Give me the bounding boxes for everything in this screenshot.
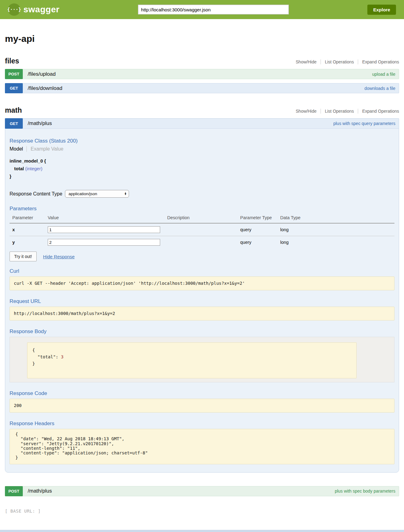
math-section-header: math Show/Hide List Operations Expand Op…	[5, 106, 399, 115]
param-description	[167, 236, 240, 249]
method-badge-get: GET	[5, 83, 23, 93]
method-badge-get: GET	[5, 118, 23, 129]
api-title: my-api	[5, 34, 399, 44]
response-headers-block: { "date": "Wed, 22 Aug 2018 18:49:13 GMT…	[10, 429, 394, 464]
method-badge-post: POST	[5, 486, 23, 496]
response-content-type-row: Response Content Type application/json ▲…	[10, 190, 394, 198]
top-bar: {···} swagger Explore	[0, 0, 404, 19]
response-code-block: 200	[10, 399, 394, 413]
model-property-name: total	[14, 166, 24, 171]
op-summary-math-post-plus[interactable]: plus with spec body parameters	[335, 486, 399, 496]
op-path-math-get-plus[interactable]: /math/plus	[22, 119, 52, 128]
op-summary-math-get-plus[interactable]: plus with spec query parameters	[333, 119, 399, 128]
op-path-files-download[interactable]: /files/download	[22, 83, 62, 93]
files-show-hide-link[interactable]: Show/Hide	[292, 59, 321, 64]
param-type: query	[240, 223, 280, 236]
op-expanded-math-get-plus: GET /math/plus plus with spec query para…	[5, 118, 399, 473]
math-section-controls: Show/Hide List Operations Expand Operati…	[292, 109, 399, 115]
hide-response-link[interactable]: Hide Response	[43, 254, 75, 259]
curl-heading: Curl	[10, 268, 394, 274]
operation-detail-panel: Response Class (Status 200) Model Exampl…	[5, 129, 399, 472]
brand-name: swagger	[23, 5, 59, 14]
parameters-heading: Parameters	[10, 206, 394, 212]
method-badge-post: POST	[5, 69, 23, 79]
op-summary-files-download[interactable]: downloads a file	[365, 83, 399, 93]
response-body-json-close: }	[32, 361, 35, 366]
select-arrows-icon: ▲▼	[124, 192, 127, 195]
tab-example-value[interactable]: Example Value	[26, 146, 63, 152]
col-value: Value	[48, 214, 167, 223]
try-row: Try it out! Hide Response	[10, 252, 394, 261]
col-parameter: Parameter	[10, 214, 48, 223]
response-body-block: { "total": 3 }	[27, 342, 357, 378]
col-data-type: Data Type	[280, 214, 394, 223]
col-parameter-type: Parameter Type	[240, 214, 280, 223]
files-section-controls: Show/Hide List Operations Expand Operati…	[292, 59, 399, 65]
request-url-block: http://localhost:3000/math/plus?x=1&y=2	[10, 307, 394, 320]
tab-model[interactable]: Model	[10, 146, 26, 152]
op-row-files-upload[interactable]: POST /files/upload upload a file	[5, 69, 399, 79]
param-data-type: long	[280, 223, 394, 236]
math-expand-operations-link[interactable]: Expand Operations	[358, 109, 399, 114]
response-content-type-label: Response Content Type	[10, 191, 62, 197]
col-description: Description	[167, 214, 240, 223]
files-section-title: files	[5, 57, 19, 65]
model-property-type: (integer)	[25, 166, 42, 171]
param-row-x: x query long	[10, 223, 394, 236]
response-body-container: { "total": 3 }	[10, 337, 394, 382]
response-code-heading: Response Code	[10, 390, 394, 397]
op-summary-files-upload[interactable]: upload a file	[372, 69, 399, 79]
files-section-header: files Show/Hide List Operations Expand O…	[5, 57, 399, 65]
param-name: x	[10, 223, 48, 236]
parameters-table: Parameter Value Description Parameter Ty…	[10, 214, 394, 248]
param-x-input[interactable]	[48, 226, 160, 233]
files-list-operations-link[interactable]: List Operations	[321, 59, 358, 64]
swagger-logo-icon: {···}	[8, 3, 20, 16]
model-close-brace: }	[10, 173, 394, 180]
response-headers-heading: Response Headers	[10, 421, 394, 427]
param-description	[167, 223, 240, 236]
math-show-hide-link[interactable]: Show/Hide	[292, 109, 321, 114]
param-type: query	[240, 236, 280, 249]
param-data-type: long	[280, 236, 394, 249]
files-expand-operations-link[interactable]: Expand Operations	[358, 59, 399, 64]
op-row-math-post-plus[interactable]: POST /math/plus plus with spec body para…	[5, 486, 399, 496]
explore-button[interactable]: Explore	[367, 5, 396, 15]
response-body-total-value: 3	[61, 354, 63, 359]
bottom-strip	[0, 530, 404, 532]
main-content: my-api files Show/Hide List Operations E…	[0, 34, 404, 514]
param-row-y: y query long	[10, 236, 394, 249]
curl-command-block: curl -X GET --header 'Accept: applicatio…	[10, 276, 394, 290]
response-body-json: { "total":	[32, 348, 61, 359]
response-body-heading: Response Body	[10, 328, 394, 335]
parameters-header-row: Parameter Value Description Parameter Ty…	[10, 214, 394, 223]
response-content-type-value: application/json	[68, 191, 97, 196]
spec-url-input[interactable]	[138, 5, 289, 14]
swagger-brand[interactable]: {···} swagger	[8, 3, 59, 16]
math-list-operations-link[interactable]: List Operations	[321, 109, 358, 114]
op-path-files-upload[interactable]: /files/upload	[22, 69, 56, 79]
request-url-heading: Request URL	[10, 298, 394, 304]
op-row-math-get-plus[interactable]: GET /math/plus plus with spec query para…	[5, 119, 399, 129]
param-name: y	[10, 236, 48, 249]
op-row-files-download[interactable]: GET /files/download downloads a file	[5, 83, 399, 93]
try-it-out-button[interactable]: Try it out!	[10, 252, 37, 261]
model-signature: inline_model_0 { total (integer) }	[10, 157, 394, 180]
op-path-math-post-plus[interactable]: /math/plus	[22, 486, 52, 496]
param-y-input[interactable]	[48, 239, 160, 246]
model-tabs: Model Example Value	[10, 146, 394, 152]
base-url-label: [ BASE URL: ]	[5, 509, 399, 514]
model-property: total (integer)	[10, 165, 394, 173]
response-class-heading: Response Class (Status 200)	[10, 138, 394, 144]
response-content-type-select[interactable]: application/json ▲▼	[65, 190, 129, 198]
math-section-title: math	[5, 106, 22, 115]
model-open-brace: inline_model_0 {	[10, 157, 394, 165]
